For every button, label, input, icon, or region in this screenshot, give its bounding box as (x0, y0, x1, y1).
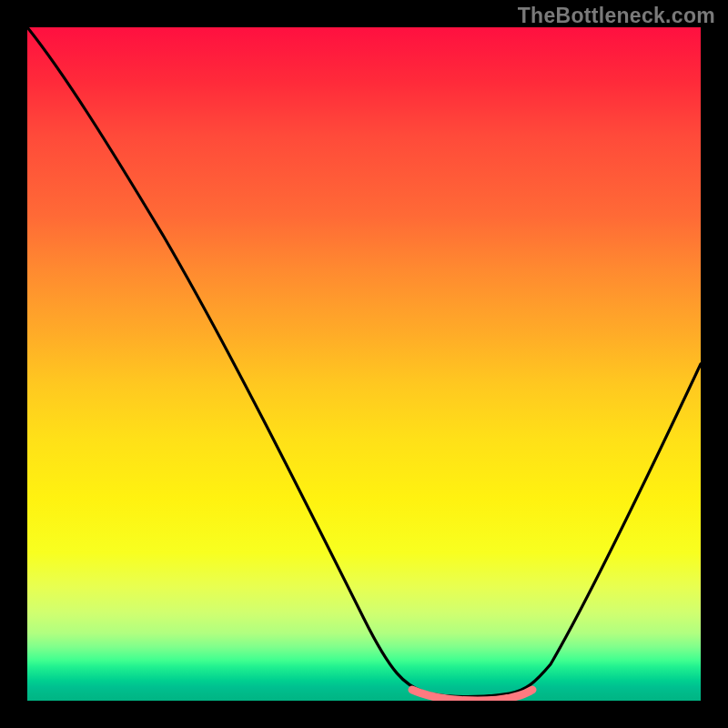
plot-panel (27, 27, 701, 701)
brand-watermark: TheBottleneck.com (518, 4, 715, 28)
chart-root: { "brand": "TheBottleneck.com", "colors"… (0, 0, 728, 728)
curve-layer (27, 27, 701, 701)
curve-main (27, 27, 701, 697)
